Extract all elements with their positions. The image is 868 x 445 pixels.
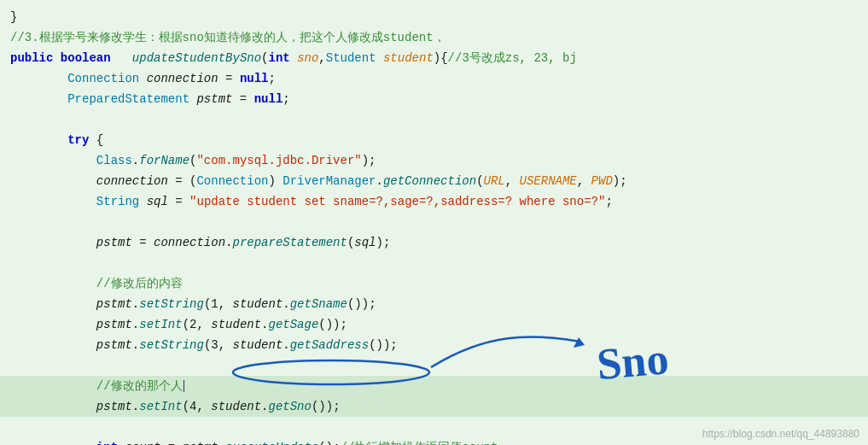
code-text: DriverManager <box>283 172 376 190</box>
code-text: int <box>269 49 290 67</box>
code-text: , <box>318 49 325 67</box>
code-text: null <box>240 69 269 88</box>
code-line-5: PreparedStatement pstmt = null ; <box>0 89 868 109</box>
code-text <box>10 336 96 354</box>
username-param: USERNAME <box>520 172 577 190</box>
code-text: ( <box>189 151 196 170</box>
code-text: //修改后的内容 <box>96 274 183 293</box>
code-text <box>10 274 96 293</box>
code-text: connection <box>96 172 168 190</box>
code-text: ); <box>362 151 376 170</box>
code-editor: } //3.根据学号来修改学生：根据sno知道待修改的人，把这个人修改成stud… <box>0 0 868 445</box>
code-text: prepareStatement <box>232 233 347 252</box>
code-text: . <box>132 315 139 334</box>
code-text: String <box>96 192 139 211</box>
code-line-3: public boolean updateStudentBySno ( int … <box>0 48 868 68</box>
code-text: . <box>283 336 289 354</box>
code-text: pstmt <box>96 233 132 252</box>
code-text: student <box>383 49 434 67</box>
code-text: connection <box>154 233 225 252</box>
code-line-13 <box>0 253 868 273</box>
code-text <box>10 131 67 149</box>
code-line-11 <box>0 212 868 232</box>
code-text: pstmt <box>96 315 132 334</box>
code-text: = <box>160 438 182 445</box>
code-text: PreparedStatement <box>67 90 189 108</box>
code-text: ; <box>268 69 275 88</box>
code-text: "com.mysql.jdbc.Driver" <box>196 151 361 170</box>
code-text: ()); <box>347 295 376 313</box>
code-text <box>10 295 96 313</box>
code-text <box>376 49 383 67</box>
code-text <box>10 315 96 334</box>
code-text: sno <box>297 49 318 67</box>
code-text: ( <box>476 172 483 190</box>
code-text: PWD <box>591 172 613 190</box>
code-text: boolean <box>61 49 111 67</box>
code-text: //执行增加操作返回值count <box>341 438 498 445</box>
code-text: . <box>261 315 268 334</box>
code-text <box>111 49 132 67</box>
code-text: ()); <box>318 315 347 334</box>
code-text: . <box>132 336 139 354</box>
code-line-12: pstmt = connection . prepareStatement ( … <box>0 232 868 253</box>
code-text <box>10 418 17 436</box>
code-text: connection <box>147 69 218 88</box>
text-cursor <box>184 380 184 392</box>
code-line-17: pstmt . setString (3, student . getSaddr… <box>0 335 868 355</box>
code-text <box>10 110 17 129</box>
code-text: "update student set sname=?,sage=?,saddr… <box>189 192 605 211</box>
code-text: int <box>96 438 118 445</box>
code-text: ()); <box>369 336 398 354</box>
code-text: updateStudentBySno <box>132 49 261 67</box>
code-text: setInt <box>139 397 182 416</box>
code-text: = <box>132 233 154 252</box>
code-text: pstmt <box>196 90 232 108</box>
sno-circled: student <box>211 397 261 416</box>
code-text: . <box>261 397 268 416</box>
code-line-15: pstmt . setString (1, student . getSname… <box>0 294 868 314</box>
code-text: forName <box>139 151 189 170</box>
code-line-9: connection = ( Connection ) DriverManage… <box>0 171 868 191</box>
code-text: (2, <box>183 315 212 334</box>
code-text: . <box>132 151 139 170</box>
code-line-19: //修改的那个人 <box>0 376 868 396</box>
code-text: , <box>505 172 520 190</box>
code-text <box>10 377 96 395</box>
code-text: sql <box>354 233 376 252</box>
watermark: https://blog.csdn.net/qq_44893880 <box>702 428 859 440</box>
code-text: ( <box>347 233 354 252</box>
code-text: ; <box>605 192 612 211</box>
code-text: getConnection <box>383 172 476 190</box>
code-text <box>10 438 96 445</box>
code-text: setInt <box>139 315 182 334</box>
code-text: student <box>211 315 261 334</box>
code-text: Connection <box>196 172 268 190</box>
code-line-18 <box>0 355 868 376</box>
code-text: //3.根据学号来修改学生：根据sno知道待修改的人，把这个人修改成studen… <box>10 28 446 47</box>
code-text: setString <box>139 336 204 354</box>
code-text: = <box>232 90 253 108</box>
code-text: = ( <box>168 172 197 190</box>
code-text <box>10 397 96 416</box>
code-line-8: Class . forName ( "com.mysql.jdbc.Driver… <box>0 150 868 171</box>
code-line-16: pstmt . setInt (2, student . getSage ())… <box>0 314 868 335</box>
code-text: . <box>376 172 383 190</box>
code-line-10: String sql = "update student set sname=?… <box>0 191 868 212</box>
code-text: ); <box>613 172 627 190</box>
code-text: public <box>10 49 53 67</box>
code-text: ); <box>376 233 391 252</box>
code-text <box>10 90 67 108</box>
code-text: Class <box>96 151 132 170</box>
code-text: Connection <box>67 69 139 88</box>
code-text: sql <box>147 192 168 211</box>
code-text: { <box>89 131 103 149</box>
code-text: ) <box>268 172 283 190</box>
code-text <box>139 69 146 88</box>
code-text <box>10 356 17 375</box>
code-text <box>118 438 125 445</box>
code-line-4: Connection connection = null ; <box>0 68 868 89</box>
code-text: ()); <box>312 397 341 416</box>
code-text <box>10 172 96 190</box>
code-text: URL <box>484 172 505 190</box>
